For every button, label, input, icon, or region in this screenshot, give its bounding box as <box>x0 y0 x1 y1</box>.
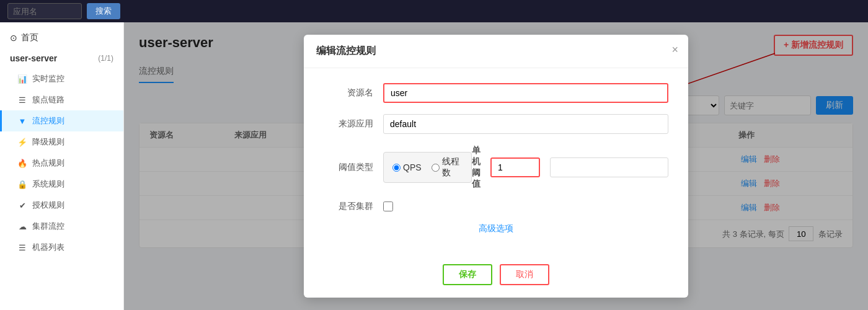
modal-title: 编辑流控规则 <box>316 45 376 56</box>
sidebar-item-label: 流控规则 <box>32 115 64 126</box>
sidebar: ⊙ 首页 user-server (1/1) 📊 实时监控 ☰ 簇点链路 ▼ 流… <box>0 22 124 310</box>
sidebar-item-label: 热点规则 <box>32 157 64 169</box>
qps-radio-label[interactable]: QPS <box>392 162 422 172</box>
threshold-type-label: 阈值类型 <box>324 162 373 173</box>
layout: ⊙ 首页 user-server (1/1) 📊 实时监控 ☰ 簇点链路 ▼ 流… <box>0 22 868 310</box>
group-badge: (1/1) <box>98 54 113 63</box>
modal-overlay: 编辑流控规则 × 资源名 来源应用 阈值类型 <box>124 22 868 310</box>
main-content: user-server + 新增流控规则 流控规则 <box>124 22 868 310</box>
cluster-icon: ☁ <box>17 222 27 231</box>
threshold-row: 单机阈值 <box>472 145 668 190</box>
cluster-checkbox[interactable] <box>383 202 393 211</box>
thread-radio-label[interactable]: 线程数 <box>432 156 463 179</box>
cluster-label: 是否集群 <box>324 201 373 212</box>
radio-group: QPS 线程数 <box>383 152 472 183</box>
degrade-icon: ⚡ <box>17 138 27 147</box>
threshold-rest-input[interactable] <box>550 157 668 177</box>
cancel-button[interactable]: 取消 <box>500 264 549 285</box>
machine-icon: ☰ <box>17 243 27 252</box>
resource-row: 资源名 <box>324 83 668 103</box>
source-row: 来源应用 <box>324 114 668 134</box>
modal-body: 资源名 来源应用 阈值类型 QPS <box>304 68 688 254</box>
source-label: 来源应用 <box>324 118 373 130</box>
modal-footer: 保存 取消 <box>304 254 688 298</box>
auth-icon: ✔ <box>17 201 27 210</box>
sidebar-item-degrade[interactable]: ⚡ 降级规则 <box>0 131 123 153</box>
resource-label: 资源名 <box>324 87 373 99</box>
sidebar-item-flow[interactable]: ▼ 流控规则 <box>0 110 123 131</box>
sidebar-item-auth[interactable]: ✔ 授权规则 <box>0 195 123 216</box>
sidebar-item-hotspot[interactable]: 🔥 热点规则 <box>0 153 123 174</box>
edit-modal: 编辑流控规则 × 资源名 来源应用 阈值类型 <box>304 35 688 298</box>
sidebar-item-chain[interactable]: ☰ 簇点链路 <box>0 89 123 110</box>
sidebar-item-label: 系统规则 <box>32 179 64 190</box>
group-name: user-server <box>10 53 57 63</box>
modal-header: 编辑流控规则 × <box>304 35 688 68</box>
source-input[interactable] <box>383 114 668 134</box>
sidebar-item-realtime[interactable]: 📊 实时监控 <box>0 68 123 89</box>
sidebar-item-label: 授权规则 <box>32 200 64 211</box>
sidebar-item-machine[interactable]: ☰ 机器列表 <box>0 237 123 258</box>
chain-icon: ☰ <box>17 95 27 105</box>
sidebar-item-cluster[interactable]: ☁ 集群流控 <box>0 216 123 237</box>
thread-radio[interactable] <box>432 164 440 172</box>
search-button[interactable]: 搜索 <box>87 3 120 19</box>
home-icon: ⊙ <box>10 33 17 43</box>
top-bar: 搜索 <box>0 0 868 22</box>
single-threshold-label: 单机阈值 <box>472 145 480 190</box>
save-button[interactable]: 保存 <box>443 264 492 285</box>
sidebar-item-label: 实时监控 <box>32 73 64 84</box>
thread-label: 线程数 <box>442 156 463 179</box>
realtime-icon: 📊 <box>17 74 27 84</box>
sidebar-item-system[interactable]: 🔒 系统规则 <box>0 174 123 195</box>
threshold-input[interactable] <box>490 157 540 177</box>
qps-label: QPS <box>403 162 422 172</box>
resource-input[interactable] <box>383 83 668 103</box>
sidebar-item-label: 机器列表 <box>32 242 64 253</box>
sidebar-item-label: 降级规则 <box>32 136 64 148</box>
sidebar-home[interactable]: ⊙ 首页 <box>0 27 123 48</box>
system-icon: 🔒 <box>17 180 27 189</box>
sidebar-item-label: 簇点链路 <box>32 94 64 105</box>
cluster-row: 是否集群 <box>324 201 668 212</box>
advanced-options[interactable]: 高级选项 <box>324 223 668 234</box>
modal-close-button[interactable]: × <box>671 43 678 56</box>
sidebar-group[interactable]: user-server (1/1) <box>0 48 123 68</box>
app-name-input[interactable] <box>7 3 82 19</box>
flow-icon: ▼ <box>17 117 27 126</box>
threshold-type-row: 阈值类型 QPS 线程数 单机阈值 <box>324 145 668 190</box>
qps-radio[interactable] <box>392 164 401 172</box>
home-label: 首页 <box>21 32 38 43</box>
sidebar-item-label: 集群流控 <box>32 221 64 232</box>
hotspot-icon: 🔥 <box>17 159 27 168</box>
